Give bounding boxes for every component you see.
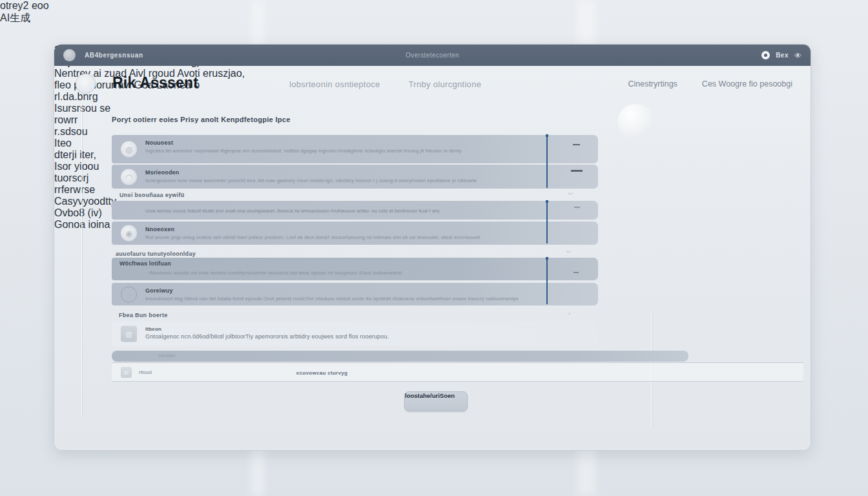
- row-tick-marker: ◡: [566, 247, 571, 253]
- nav-item-1[interactable]: lobsrteonin osntieptoce: [289, 79, 380, 89]
- page-title: Rik Asssent: [112, 74, 198, 92]
- panel-divider: [81, 104, 82, 415]
- vertical-rule: [546, 259, 548, 304]
- list-band[interactable]: tnilrottier: [112, 351, 688, 362]
- submit-button[interactable]: loostahe/uriSoen: [404, 391, 468, 411]
- row-badge-icon: ◉: [121, 225, 137, 242]
- app-name: AB4bergesnsuan: [85, 52, 143, 59]
- pie-label: Isor yioou tuorsorj rrferwrse: [54, 161, 119, 196]
- pie-label: Isursrsou se rowrr r.sdsou: [54, 103, 119, 138]
- row-description: Ingrotea fei aonentor roujurwwat ifigenp…: [145, 148, 559, 154]
- avatar[interactable]: [76, 74, 96, 94]
- row-title: Nnoeoxen: [145, 226, 174, 232]
- row-description: Gntoalgenoc ncn.0d6od/b8otl jolbtoorTiy …: [145, 333, 559, 340]
- nav-item-account[interactable]: Ces Woogre fio pesoobgi: [702, 79, 792, 88]
- eye-icon[interactable]: 👁: [794, 52, 801, 59]
- list-item-row[interactable]: ◠ Msrieooden Isoerguovonn tonv nvese aos…: [112, 165, 598, 189]
- row-dash-marker: [574, 272, 579, 273]
- header-right-nav: Cinestryrtings Ces Woogre fio pesoobgi: [628, 79, 792, 88]
- list-text-row[interactable]: Uoia aomsu ccuos Sdoutl blude jron exait…: [112, 201, 598, 220]
- row-dash-marker: [573, 144, 580, 145]
- main-nav: lobsrteonin osntieptoce Trnby olurcgntio…: [289, 79, 481, 89]
- row-title: Msrieooden: [145, 169, 180, 176]
- row-badge-icon: ◍: [121, 141, 137, 158]
- header: Rik Asssent lobsrteonin osntieptoce Trnb…: [54, 66, 811, 103]
- list-item-row[interactable]: ▥ Itbeon Gntoalgenoc ncn.0d6od/b8otl jol…: [112, 322, 598, 346]
- row-square-icon: ▥: [121, 326, 137, 342]
- row-title: Itbeon: [145, 326, 161, 332]
- row-text: Uoia aomsu ccuos Sdoutl blude jron exait…: [145, 207, 559, 213]
- vertical-rule: [546, 136, 548, 188]
- row-description: Rut wruvie (ingl uniug orotius ueh obrts…: [145, 234, 559, 240]
- row-tick-marker: ◡: [568, 189, 573, 195]
- row-description: iNonnveiu ouoobt oni vinw rtuntno cuvrt/…: [149, 270, 559, 276]
- nav-item-2[interactable]: Trnby olurcgntione: [409, 79, 482, 89]
- nav-item-settings[interactable]: Cinestryrtings: [628, 79, 677, 88]
- vertical-rule: [546, 202, 548, 243]
- row-title: W0cftwas lotifuan: [119, 260, 171, 267]
- secondary-card-link[interactable]: otrey2 eoo: [0, 0, 868, 12]
- list-sublabel: Unsi bsouñaaa eywifü: [119, 192, 185, 198]
- row-title: Nouuoest: [145, 140, 173, 146]
- band-text: tnilrottier: [158, 353, 176, 358]
- list-section-caption: Poryt ootierr eoies Prisy anolt Kenpdfet…: [112, 116, 291, 123]
- row-dash-marker: [571, 170, 583, 172]
- row-circle-icon: ◌: [121, 286, 137, 302]
- row-badge-icon: ◠: [121, 169, 137, 185]
- row-description: Isoerguovonn tonv nvese aoscrnrer/ poovr…: [145, 178, 559, 183]
- decorative-circle: [617, 104, 655, 140]
- row-dash-marker: [574, 207, 580, 208]
- row-tick-marker: ◞: [568, 309, 570, 315]
- row-description: Irnurutmoo/t ebg hilinut nén tiet bdatis…: [145, 296, 559, 302]
- list-section-label: Fbea Bun boerte: [119, 312, 168, 318]
- list-item-row[interactable]: ◌ Goreiwuy Irnurutmoo/t ebg hilinut nén …: [112, 283, 598, 305]
- list-item-row[interactable]: ◉ Nnoeoxen Rut wruvie (ingl uniug orotiu…: [112, 222, 598, 245]
- location-label[interactable]: Bex: [776, 52, 789, 59]
- pie-label: Iteo dterji iter,: [54, 138, 112, 161]
- titlebar-center-label: Overstetecoerten: [54, 52, 811, 59]
- location-icon[interactable]: [761, 51, 770, 59]
- titlebar: AB4bergesnsuan Overstetecoerten Bex 👁: [54, 45, 811, 66]
- main-window: AB4bergesnsuan Overstetecoerten Bex 👁 Ri…: [54, 44, 811, 451]
- row-center-text: ecuvowcau cturvyg: [112, 370, 532, 376]
- list-item-row[interactable]: W0cftwas lotifuan iNonnveiu ouoobt oni v…: [112, 258, 598, 280]
- list-wide-row[interactable]: ▤ rtlood ecuvowcau cturvyg: [112, 362, 803, 382]
- ai-watermark: AI生成: [0, 12, 868, 25]
- row-title: Goreiwuy: [145, 287, 173, 294]
- app-logo-icon[interactable]: [63, 49, 76, 61]
- secondary-card: otrey2 eoo: [0, 0, 868, 12]
- list-section-label: auuofauru tunutyoloonlday: [116, 251, 196, 257]
- list-item-row[interactable]: ◍ Nouuoest Ingrotea fei aonentor roujurw…: [112, 135, 598, 163]
